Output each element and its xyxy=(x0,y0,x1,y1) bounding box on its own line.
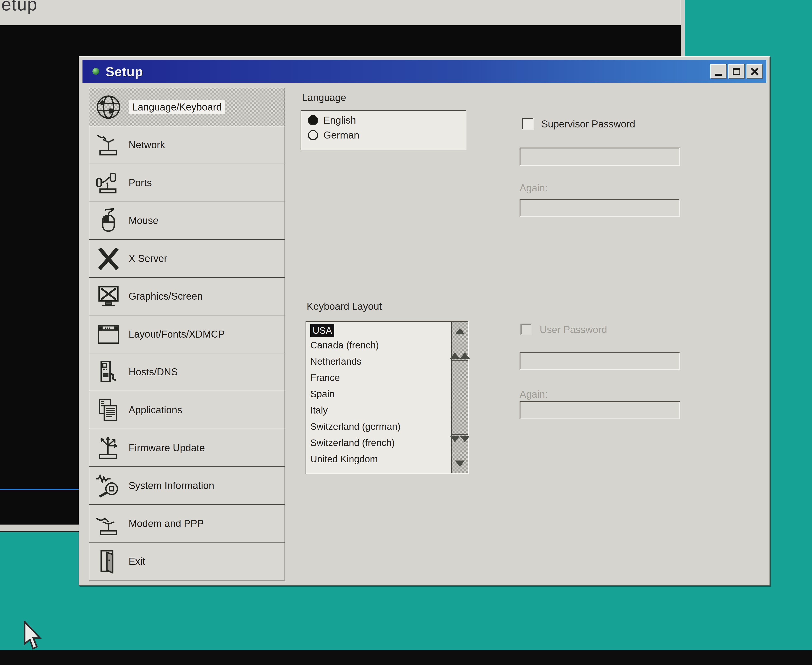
maximize-button[interactable] xyxy=(729,64,745,79)
supervisor-again-label: Again: xyxy=(519,182,548,194)
globe-icon xyxy=(92,94,125,120)
scroll-page-up-button[interactable] xyxy=(452,341,468,360)
diagnostics-icon xyxy=(92,472,125,499)
sidebar-item-label: Language/Keyboard xyxy=(129,100,225,114)
setup-titlebar[interactable]: Setup xyxy=(82,60,766,83)
door-icon xyxy=(92,548,125,574)
language-group-label: Language xyxy=(302,92,346,103)
mouse-icon xyxy=(92,208,125,234)
supervisor-password-label: Supervisor Password xyxy=(541,118,635,130)
user-again-label: Again: xyxy=(519,389,548,400)
sidebar-item-label: Exit xyxy=(129,556,145,567)
close-button[interactable] xyxy=(747,64,763,79)
sidebar-item-system-information[interactable]: System Information xyxy=(89,467,285,505)
keyboard-layout-label: Keyboard Layout xyxy=(307,301,382,312)
background-window-titlebar: etup xyxy=(0,0,685,25)
documents-icon xyxy=(92,397,125,423)
sidebar-item-label: Hosts/DNS xyxy=(129,366,178,378)
list-item-italy[interactable]: Italy xyxy=(310,402,451,418)
sidebar-item-label: Network xyxy=(129,139,165,151)
photographed-screen: etup Setup Language/Keyboard xyxy=(0,0,812,665)
sidebar-item-label: Applications xyxy=(129,404,182,416)
radio-unselected-icon[interactable] xyxy=(308,130,318,140)
sidebar-item-network[interactable]: Network xyxy=(89,126,285,164)
minimize-button[interactable] xyxy=(710,64,727,79)
user-password-label: User Password xyxy=(540,324,607,335)
sidebar-item-graphics-screen[interactable]: Graphics/Screen xyxy=(89,278,285,316)
supervisor-password-field[interactable] xyxy=(519,147,680,165)
app-icon xyxy=(92,68,99,75)
sidebar-item-label: Firmware Update xyxy=(129,442,205,454)
list-item-switzerland-french[interactable]: Switzerland (french) xyxy=(310,435,451,451)
sidebar-item-label: Mouse xyxy=(129,215,159,226)
sidebar-item-firmware-update[interactable]: Firmware Update xyxy=(89,429,285,467)
list-item-netherlands[interactable]: Netherlands xyxy=(310,354,451,370)
radio-label: English xyxy=(323,115,356,126)
sidebar-item-applications[interactable]: Applications xyxy=(89,391,285,429)
list-item-france[interactable]: France xyxy=(310,370,451,386)
double-down-arrow-icon xyxy=(450,436,460,446)
sidebar-item-label: Ports xyxy=(129,177,152,188)
setup-window: Setup Language/Keyboard xyxy=(79,56,770,586)
sidebar-item-label: System Information xyxy=(129,480,214,491)
list-item-spain[interactable]: Spain xyxy=(310,386,451,402)
ports-icon xyxy=(92,170,125,196)
list-item-canada-french[interactable]: Canada (french) xyxy=(310,337,451,354)
sidebar-item-label: Layout/Fonts/XDMCP xyxy=(129,329,225,340)
scroll-page-down-button[interactable] xyxy=(452,434,468,454)
minimize-icon xyxy=(715,74,722,76)
sidebar-menu: Language/Keyboard Network Ports xyxy=(89,88,285,580)
monitor-icon xyxy=(92,283,125,310)
list-item-switzerland-german[interactable]: Switzerland (german) xyxy=(310,418,451,435)
supervisor-password-checkbox[interactable] xyxy=(522,118,534,130)
computer-tower-icon xyxy=(92,359,125,385)
close-icon xyxy=(750,67,759,76)
sidebar-item-modem-and-ppp[interactable]: Modem and PPP xyxy=(89,505,285,543)
sidebar-item-exit[interactable]: Exit xyxy=(89,542,285,580)
sidebar-item-label: X Server xyxy=(129,253,167,264)
sidebar-item-language-keyboard[interactable]: Language/Keyboard xyxy=(89,88,285,126)
language-option-german[interactable]: German xyxy=(308,129,466,141)
network-icon xyxy=(92,132,125,158)
window-title: Setup xyxy=(106,64,143,79)
scroll-up-button[interactable] xyxy=(452,322,468,341)
down-arrow-icon xyxy=(455,460,465,467)
maximize-icon xyxy=(733,68,740,75)
sidebar-item-x-server[interactable]: X Server xyxy=(89,240,285,278)
double-up-arrow-icon xyxy=(450,349,460,359)
sidebar-item-label: Modem and PPP xyxy=(129,518,204,529)
language-option-english[interactable]: English xyxy=(308,115,466,126)
modem-icon xyxy=(92,511,125,537)
sidebar-item-hosts-dns[interactable]: Hosts/DNS xyxy=(89,354,285,391)
user-password-field[interactable] xyxy=(519,352,680,370)
up-arrow-icon xyxy=(455,328,465,334)
sidebar-item-mouse[interactable]: Mouse xyxy=(89,202,285,240)
supervisor-password-again-field[interactable] xyxy=(519,199,680,217)
scroll-down-button[interactable] xyxy=(452,454,468,473)
list-scrollbar[interactable] xyxy=(451,322,468,473)
radio-selected-icon[interactable] xyxy=(308,115,318,125)
mouse-cursor-arrow xyxy=(22,621,43,650)
scrollbar-track[interactable] xyxy=(452,360,468,434)
update-arrows-icon xyxy=(92,435,125,461)
keyboard-layout-list: USA Canada (french) Netherlands France S… xyxy=(306,321,469,474)
sidebar-item-layout-fonts-xdmcp[interactable]: Layout/Fonts/XDMCP xyxy=(89,315,285,354)
user-password-again-field[interactable] xyxy=(519,401,680,419)
user-password-checkbox[interactable] xyxy=(521,324,532,335)
sidebar-item-ports[interactable]: Ports xyxy=(89,164,285,202)
background-window-title: etup xyxy=(2,0,38,15)
x-server-icon xyxy=(92,246,125,272)
sidebar-item-label: Graphics/Screen xyxy=(129,291,203,302)
radio-label: German xyxy=(323,129,359,141)
window-icon xyxy=(92,321,125,347)
setup-client-area: Language/Keyboard Network Ports xyxy=(82,86,766,581)
list-item-united-kingdom[interactable]: United Kingdom xyxy=(310,451,451,467)
list-item-usa[interactable]: USA xyxy=(310,324,334,337)
language-option-box: English German xyxy=(301,110,467,150)
